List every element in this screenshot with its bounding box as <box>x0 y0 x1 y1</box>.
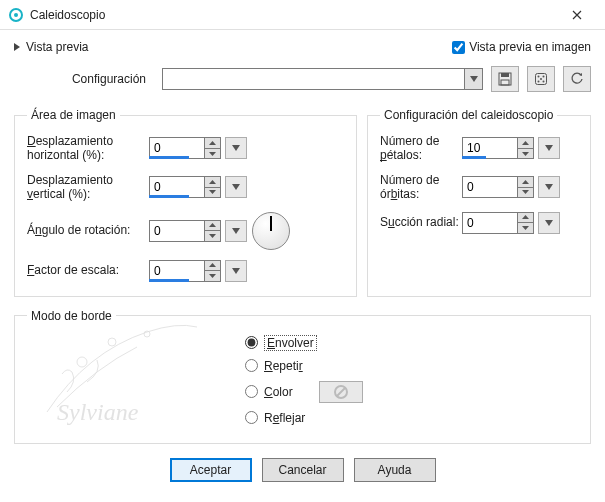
desp-h-label: Desplazamiento horizontal (%): <box>27 134 149 163</box>
svg-rect-3 <box>501 73 509 77</box>
ayuda-button[interactable]: Ayuda <box>354 458 436 482</box>
rotation-dial[interactable] <box>252 212 290 250</box>
svg-point-9 <box>538 81 540 83</box>
cancelar-button[interactable]: Cancelar <box>262 458 344 482</box>
svg-point-1 <box>14 13 18 17</box>
orbitas-spinner[interactable] <box>462 176 534 198</box>
titlebar: Caleidoscopio <box>0 0 605 30</box>
aceptar-button[interactable]: Aceptar <box>170 458 252 482</box>
svg-rect-4 <box>501 80 509 85</box>
reset-button[interactable] <box>563 66 591 92</box>
svg-line-16 <box>337 388 345 396</box>
border-mode-legend: Modo de borde <box>27 309 116 323</box>
reflejar-label[interactable]: Reflejar <box>264 411 305 425</box>
reflejar-radio[interactable] <box>245 411 258 424</box>
svg-point-10 <box>543 81 545 83</box>
factor-slider-button[interactable] <box>225 260 247 282</box>
config-select[interactable] <box>162 68 483 90</box>
expand-icon <box>14 43 20 51</box>
angulo-input[interactable] <box>150 221 204 241</box>
save-preset-button[interactable] <box>491 66 519 92</box>
random-button[interactable] <box>527 66 555 92</box>
caleido-legend: Configuración del caleidoscopio <box>380 108 557 122</box>
repetir-label[interactable]: Repetir <box>264 359 303 373</box>
petalos-label: Número de pétalos: <box>380 134 462 163</box>
vista-previa-imagen-input[interactable] <box>452 41 465 54</box>
desp-h-input[interactable] <box>150 138 204 158</box>
succion-slider-button[interactable] <box>538 212 560 234</box>
svg-point-8 <box>540 78 542 80</box>
desp-v-input[interactable] <box>150 177 204 197</box>
factor-input[interactable] <box>150 261 204 281</box>
vista-previa-toggle[interactable]: Vista previa <box>14 40 88 54</box>
angulo-label: Ángulo de rotación: <box>27 223 149 237</box>
envolver-radio[interactable] <box>245 336 258 349</box>
succion-spinner[interactable] <box>462 212 534 234</box>
color-radio[interactable] <box>245 385 258 398</box>
border-mode-group: Modo de borde Sylviane Envolver <box>14 309 591 444</box>
config-input[interactable] <box>163 69 464 89</box>
svg-point-13 <box>144 331 150 337</box>
svg-point-7 <box>543 76 545 78</box>
area-imagen-legend: Área de imagen <box>27 108 120 122</box>
app-icon <box>8 7 24 23</box>
vista-previa-imagen-checkbox[interactable]: Vista previa en imagen <box>452 40 591 54</box>
succion-label: Succión radial: <box>380 215 462 229</box>
close-button[interactable] <box>557 1 597 29</box>
spin-up-icon[interactable] <box>205 138 220 149</box>
config-label: Configuración <box>14 72 154 86</box>
desp-h-slider-button[interactable] <box>225 137 247 159</box>
petalos-input[interactable] <box>463 138 517 158</box>
repetir-radio[interactable] <box>245 359 258 372</box>
orbitas-label: Número de órbitas: <box>380 173 462 202</box>
svg-point-12 <box>108 338 116 346</box>
window-title: Caleidoscopio <box>30 8 557 22</box>
factor-label: Factor de escala: <box>27 263 149 277</box>
succion-input[interactable] <box>463 213 517 233</box>
angulo-spinner[interactable] <box>149 220 221 242</box>
orbitas-input[interactable] <box>463 177 517 197</box>
petalos-slider-button[interactable] <box>538 137 560 159</box>
svg-point-6 <box>538 76 540 78</box>
orbitas-slider-button[interactable] <box>538 176 560 198</box>
desp-v-label: Desplazamiento vertical (%): <box>27 173 149 202</box>
color-swatch-button[interactable] <box>319 381 363 403</box>
watermark-decoration: Sylviane <box>27 312 217 435</box>
dropdown-arrow-icon[interactable] <box>464 69 482 89</box>
desp-v-slider-button[interactable] <box>225 176 247 198</box>
svg-point-11 <box>77 357 87 367</box>
caleido-config-group: Configuración del caleidoscopio Número d… <box>367 108 591 297</box>
vista-previa-imagen-label: Vista previa en imagen <box>469 40 591 54</box>
color-label[interactable]: Color <box>264 385 293 399</box>
spin-down-icon[interactable] <box>205 149 220 159</box>
svg-text:Sylviane: Sylviane <box>57 399 139 425</box>
area-imagen-group: Área de imagen Desplazamiento horizontal… <box>14 108 357 297</box>
envolver-label[interactable]: Envolver <box>264 335 317 351</box>
vista-previa-label: Vista previa <box>26 40 88 54</box>
angulo-slider-button[interactable] <box>225 220 247 242</box>
